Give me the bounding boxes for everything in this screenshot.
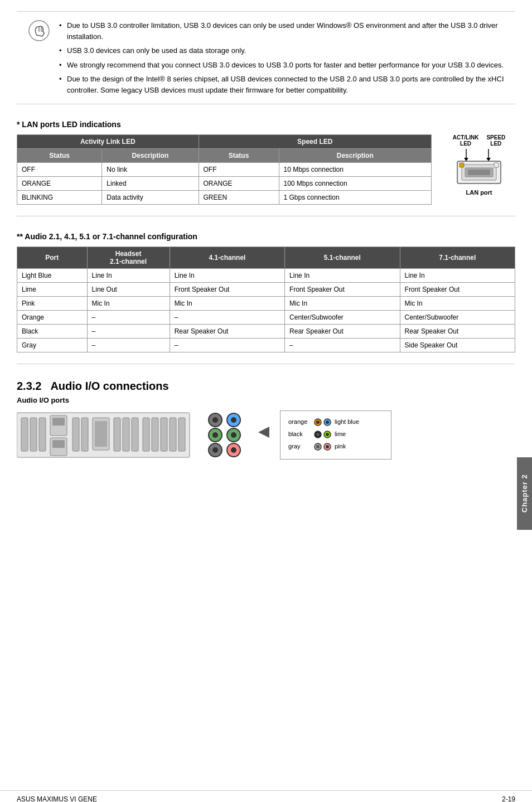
act-link-label: ACT/LINKLED <box>453 134 479 147</box>
svg-rect-26 <box>143 418 149 451</box>
audio-r1-c5: Line In <box>400 269 515 283</box>
audio-col-41: 4.1-channel <box>170 247 284 269</box>
audio-r6-c2: – <box>87 339 170 352</box>
audio-header-row: Port Headset2.1-channel 4.1-channel 5.1-… <box>17 247 515 269</box>
speed-led-label: SPEEDLED <box>486 134 505 147</box>
audio-r3-c3: Mic In <box>170 297 284 311</box>
audio-r4-c2: – <box>87 311 170 325</box>
svg-rect-23 <box>114 418 120 451</box>
lan-r2-d1: Linked <box>102 177 199 191</box>
svg-point-36 <box>212 447 218 453</box>
audio-table-wrapper: Port Headset2.1-channel 4.1-channel 5.1-… <box>17 247 515 352</box>
svg-rect-29 <box>170 418 176 451</box>
audio-r5-c4: Rear Speaker Out <box>285 325 400 339</box>
audio-r2-c1: Lime <box>17 283 88 297</box>
audio-r4-c1: Orange <box>17 311 88 325</box>
lan-col3: Status <box>199 149 279 163</box>
svg-point-49 <box>316 433 320 436</box>
audio-col-71: 7.1-channel <box>400 247 515 269</box>
svg-rect-10 <box>468 170 490 175</box>
notice-item-4: Due to the design of the Intel® 8 series… <box>59 72 504 97</box>
audio-row-3: Pink Mic In Mic In Mic In Mic In <box>17 297 515 311</box>
svg-rect-27 <box>152 418 158 451</box>
page-footer: ASUS MAXIMUS VI GENE 2-19 <box>0 790 532 802</box>
section-232-subtitle: Audio I/O ports <box>17 396 515 404</box>
io-panel-diagram <box>17 410 195 460</box>
audio-r5-c1: Black <box>17 325 88 339</box>
audio-r3-c4: Mic In <box>285 297 400 311</box>
page-container: Due to USB 3.0 controller limitation, US… <box>0 11 532 802</box>
lan-diagram: ACT/LINKLED SPEEDLED LA <box>443 134 515 196</box>
svg-rect-16 <box>52 418 65 426</box>
chapter-tab: Chapter 2 <box>517 457 532 530</box>
svg-rect-18 <box>52 440 65 448</box>
lan-r3-s1: BLINKING <box>17 191 102 205</box>
svg-rect-8 <box>494 163 499 167</box>
lan-port-label: LAN port <box>443 189 515 196</box>
lan-sub-header-row: Status Description Status Description <box>17 149 432 163</box>
svg-point-47 <box>326 421 329 424</box>
lan-table: Activity Link LED Speed LED Status Descr… <box>17 134 432 205</box>
audio-r3-c1: Pink <box>17 297 88 311</box>
svg-point-38 <box>231 417 236 423</box>
lan-row-2: ORANGE Linked ORANGE 100 Mbps connection <box>17 177 432 191</box>
audio-row-5: Black – Rear Speaker Out Rear Speaker Ou… <box>17 325 515 339</box>
legend-row-2: black lime <box>288 429 383 440</box>
lan-r1-s2: OFF <box>199 163 279 177</box>
audio-ports-diagram <box>203 410 248 460</box>
legend-pink-label: pink <box>335 441 346 452</box>
notice-content: Due to USB 3.0 controller limitation, US… <box>59 18 504 97</box>
audio-r6-c3: – <box>170 339 284 352</box>
legend-gray-dot <box>314 443 322 451</box>
audio-r6-c5: Side Speaker Out <box>400 339 515 352</box>
svg-rect-12 <box>21 418 28 451</box>
legend-gray-label: gray <box>288 441 311 452</box>
audio-r3-c5: Mic In <box>400 297 515 311</box>
svg-point-32 <box>212 417 218 423</box>
audio-r2-c5: Front Speaker Out <box>400 283 515 297</box>
audio-col-port: Port <box>17 247 88 269</box>
audio-r1-c4: Line In <box>285 269 400 283</box>
svg-rect-14 <box>39 418 46 451</box>
audio-row-2: Lime Line Out Front Speaker Out Front Sp… <box>17 283 515 297</box>
lan-section-title: * LAN ports LED indications <box>17 120 515 129</box>
legend-lime-dot <box>323 431 331 438</box>
audio-table: Port Headset2.1-channel 4.1-channel 5.1-… <box>17 247 515 352</box>
svg-rect-13 <box>30 418 37 451</box>
lan-section: Activity Link LED Speed LED Status Descr… <box>17 134 515 205</box>
audio-row-1: Light Blue Line In Line In Line In Line … <box>17 269 515 283</box>
audio-r4-c5: Center/Subwoofer <box>400 311 515 325</box>
svg-rect-20 <box>81 418 88 451</box>
audio-r1-c2: Line In <box>87 269 170 283</box>
lan-row-3: BLINKING Data activity GREEN 1 Gbps conn… <box>17 191 432 205</box>
svg-point-51 <box>326 433 329 436</box>
footer-left: ASUS MAXIMUS VI GENE <box>17 795 97 802</box>
audio-row-6: Gray – – – Side Speaker Out <box>17 339 515 352</box>
svg-marker-4 <box>486 158 491 161</box>
legend-lightblue-dot <box>323 418 331 426</box>
lan-r3-d2: 1 Gbps connection <box>279 191 432 205</box>
lan-col1: Status <box>17 149 102 163</box>
audio-col-51: 5.1-channel <box>285 247 400 269</box>
lan-speed-header: Speed LED <box>199 135 431 149</box>
svg-point-42 <box>231 447 236 453</box>
audio-r2-c4: Front Speaker Out <box>285 283 400 297</box>
svg-point-34 <box>212 432 218 438</box>
lan-r3-s2: GREEN <box>199 191 279 205</box>
audio-r6-c1: Gray <box>17 339 88 352</box>
lan-r2-d2: 100 Mbps connection <box>279 177 432 191</box>
svg-rect-28 <box>161 418 167 451</box>
divider-1 <box>17 216 515 216</box>
notice-box: Due to USB 3.0 controller limitation, US… <box>17 11 515 104</box>
legend-row-3: gray pink <box>288 441 383 452</box>
svg-marker-43 <box>258 427 269 438</box>
audio-r3-c2: Mic In <box>87 297 170 311</box>
audio-r5-c5: Rear Speaker Out <box>400 325 515 339</box>
svg-point-45 <box>316 421 320 424</box>
lan-row-1: OFF No link OFF 10 Mbps connection <box>17 163 432 177</box>
lan-table-area: Activity Link LED Speed LED Status Descr… <box>17 134 432 205</box>
audio-r5-c2: – <box>87 325 170 339</box>
lan-col4: Description <box>279 149 432 163</box>
legend-orange-dot <box>314 418 322 426</box>
svg-rect-30 <box>178 418 185 451</box>
